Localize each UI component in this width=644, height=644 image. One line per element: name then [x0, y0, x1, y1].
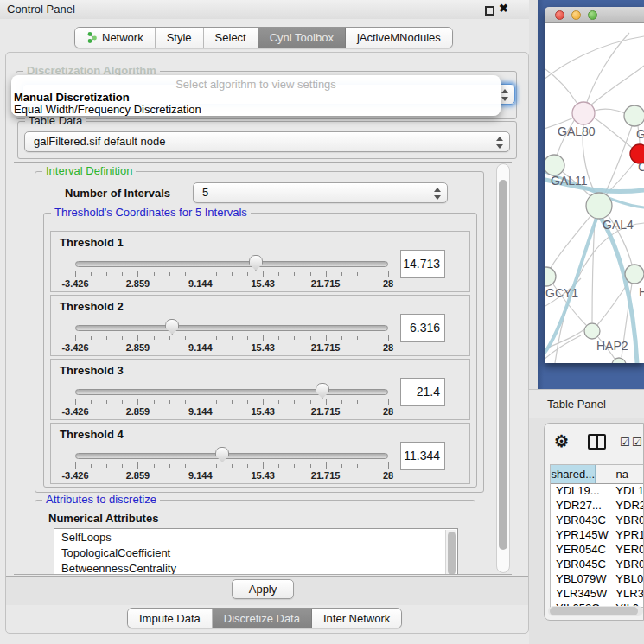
number-of-intervals-combobox[interactable]: 5 — [193, 182, 448, 203]
network-node-GAL4[interactable] — [586, 193, 612, 219]
tab-jactivemnodules[interactable]: jActiveMNodules — [346, 28, 452, 48]
threshold-1-value-field[interactable]: 14.713 — [400, 250, 445, 278]
tab-infer-network[interactable]: Infer Network — [312, 609, 401, 628]
slider-ticks — [75, 399, 388, 406]
table-row[interactable]: YPR145WYPR1 — [551, 528, 644, 543]
network-canvas[interactable]: GAL80GALCGAL11GAL4GCY1HHAP2 — [545, 23, 644, 363]
network-edge — [595, 109, 625, 113]
interval-definition-title: Interval Definition — [42, 164, 136, 177]
table-row[interactable]: YER054CYER0 — [551, 543, 644, 558]
threshold-3-value-field[interactable]: 21.4 — [400, 378, 445, 406]
table-panel-title: Table Panel — [547, 398, 606, 411]
node-label-GAL-right: GAL — [636, 127, 644, 141]
zoom-traffic-light-icon[interactable] — [588, 10, 597, 20]
table-row[interactable]: YBR045CYBR0 — [551, 558, 644, 572]
combo-stepper-icon — [495, 136, 503, 150]
bottom-tabbar: Impute Data Discretize Data Infer Networ… — [127, 608, 402, 628]
close-icon[interactable]: ✖ — [499, 2, 508, 15]
network-node-GCY1[interactable] — [545, 267, 556, 286]
node-label-GAL80: GAL80 — [558, 124, 596, 138]
node-label-GAL11: GAL11 — [551, 174, 588, 188]
threshold-1-slider-thumb[interactable] — [249, 255, 263, 271]
node-table: shared... na YDL19...YDL1YDR27...YDR2YBR… — [550, 464, 644, 608]
settings-scrollbar[interactable] — [496, 163, 510, 573]
threshold-4-label: Threshold 4 — [60, 428, 124, 441]
node-label-red-node: C — [638, 160, 644, 174]
apply-button[interactable]: Apply — [232, 579, 294, 599]
slider-scale-labels: -3.4262.8599.14415.4321.71528 — [75, 406, 388, 417]
tab-network-label: Network — [102, 31, 143, 44]
table-row[interactable]: YDL19...YDL1 — [551, 484, 644, 499]
dropdown-placeholder-item[interactable]: Select algorithm to view settings — [11, 78, 501, 91]
checkbox-icon[interactable]: ☑ — [632, 436, 643, 449]
table-hscrollbar[interactable] — [548, 606, 643, 616]
tab-style[interactable]: Style — [156, 28, 204, 48]
close-traffic-light-icon[interactable] — [555, 10, 564, 20]
slider-scale-labels: -3.4262.8599.14415.4321.71528 — [75, 278, 388, 289]
float-window-icon[interactable] — [485, 6, 494, 16]
network-edge — [545, 64, 577, 104]
table-data-combobox[interactable]: galFiltered.sif default node — [24, 131, 510, 152]
network-node-right-mid[interactable] — [625, 265, 644, 284]
network-node-HAP2[interactable] — [584, 323, 600, 339]
numerical-attributes-label: Numerical Attributes — [48, 512, 158, 525]
network-node-GAL-right[interactable] — [624, 105, 644, 126]
slider-ticks — [75, 462, 388, 470]
threshold-2-value-field[interactable]: 6.316 — [400, 314, 445, 342]
table-panel-bar: Table Panel — [529, 389, 644, 418]
table-row[interactable]: YDR27...YDR2 — [551, 499, 644, 513]
algorithm-dropdown-popup: Select algorithm to view settings Manual… — [11, 75, 501, 116]
threshold-2-slider-track[interactable] — [75, 325, 388, 331]
network-node-GAL80[interactable] — [572, 102, 595, 124]
threshold-4-slider-track[interactable] — [75, 453, 388, 459]
tab-select[interactable]: Select — [204, 28, 258, 48]
control-panel-tabbar: Network Style Select Cyni Toolbox jActiv… — [74, 27, 453, 48]
combo-stepper-icon — [433, 187, 441, 201]
threshold-2-slider-thumb[interactable] — [165, 319, 179, 335]
attribute-list-item[interactable]: SelfLoops — [54, 529, 457, 545]
list-scrollbar[interactable] — [445, 530, 456, 575]
threshold-2-label: Threshold 2 — [60, 300, 124, 313]
table-data-selected: galFiltered.sif default node — [34, 135, 165, 148]
attribute-list-item[interactable]: BetweennessCentrality — [54, 560, 457, 575]
settings-viewport: Interval Definition Number of Intervals … — [14, 162, 512, 575]
table-data-group-title: Table Data — [25, 114, 86, 127]
gear-icon[interactable]: ⚙ — [554, 431, 569, 451]
network-edge — [590, 66, 644, 105]
column-header-shared[interactable]: shared... — [551, 465, 596, 483]
threshold-3-slider-track[interactable] — [75, 389, 388, 395]
node-label-GAL4: GAL4 — [603, 218, 634, 232]
network-window-titlebar — [545, 7, 644, 23]
threshold-1-slider-track[interactable] — [75, 261, 388, 267]
numerical-attributes-list[interactable]: SelfLoopsTopologicalCoefficientBetweenne… — [54, 528, 458, 575]
threshold-2-panel: Threshold 2 -3.4262.8599.14415.4321.7152… — [50, 295, 470, 356]
dropdown-item-equal-width[interactable]: Equal Width/Frequency Discretization — [14, 103, 201, 116]
slider-ticks — [75, 335, 388, 342]
attribute-list-item[interactable]: TopologicalCoefficient — [54, 545, 457, 560]
table-row[interactable]: YLR345WYLR3 — [551, 587, 644, 602]
table-row[interactable]: YBR043CYBR0 — [551, 513, 644, 528]
checkbox-icon[interactable]: ☑ — [620, 436, 631, 449]
threshold-4-value-field[interactable]: 11.344 — [400, 442, 445, 470]
network-edge — [545, 36, 644, 86]
number-of-intervals-value: 5 — [202, 186, 208, 199]
network-node-GAL11[interactable] — [545, 155, 564, 175]
minimize-traffic-light-icon[interactable] — [571, 10, 581, 20]
threshold-3-slider-thumb[interactable] — [316, 383, 329, 399]
network-edge — [551, 216, 590, 268]
table-panel-box: ⚙ ☑ ☑ shared... na YDL19...YDL1YDR27...Y… — [544, 423, 644, 621]
table-toolbar: ⚙ ☑ ☑ — [545, 424, 643, 462]
table-row[interactable]: YBL079WYBL0 — [551, 572, 644, 587]
right-region: GAL80GALCGAL11GAL4GCY1HHAP2 Table Panel … — [529, 0, 644, 644]
column-header-name[interactable]: na — [596, 465, 644, 483]
threshold-4-slider-thumb[interactable] — [215, 447, 229, 462]
dropdown-item-manual-discretization[interactable]: Manual Discretization — [14, 91, 130, 104]
network-icon — [86, 31, 98, 44]
screenshot-root: Control Panel ✖ Network Style Select Cyn… — [0, 0, 644, 644]
columns-icon[interactable] — [588, 434, 606, 450]
tab-impute-data[interactable]: Impute Data — [128, 609, 213, 628]
tab-cyni-toolbox[interactable]: Cyni Toolbox — [258, 28, 346, 48]
tab-discretize-data[interactable]: Discretize Data — [213, 609, 312, 628]
combo-stepper-icon — [501, 88, 508, 102]
tab-network[interactable]: Network — [75, 28, 156, 48]
